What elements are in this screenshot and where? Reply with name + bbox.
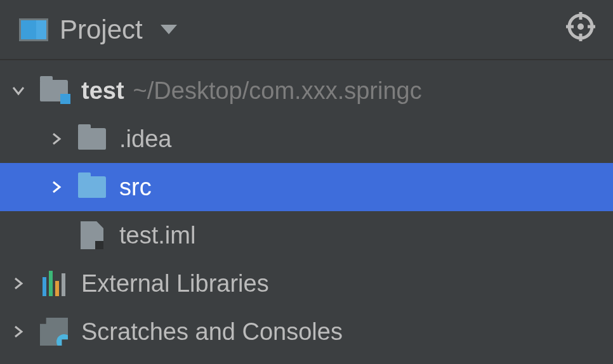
libraries-icon (38, 270, 70, 297)
tree-node-root[interactable]: test ~/Desktop/com.xxx.springc (0, 67, 613, 115)
tree-node-iml[interactable]: test.iml (0, 211, 613, 259)
project-view-icon (19, 18, 48, 41)
node-path: ~/Desktop/com.xxx.springc (133, 77, 422, 105)
tree-node-src[interactable]: src (0, 163, 613, 211)
node-label: .idea (119, 126, 171, 153)
chevron-right-icon[interactable] (9, 325, 28, 339)
tree-node-scratches[interactable]: Scratches and Consoles (0, 308, 613, 356)
project-folder-icon (38, 77, 70, 105)
chevron-right-icon[interactable] (47, 180, 66, 194)
view-label: Project (60, 15, 143, 45)
chevron-right-icon[interactable] (47, 132, 66, 146)
chevron-down-icon (161, 25, 177, 34)
project-tree: test ~/Desktop/com.xxx.springc .idea src… (0, 60, 613, 356)
tree-node-idea[interactable]: .idea (0, 115, 613, 163)
module-file-icon (76, 221, 108, 249)
svg-point-5 (577, 23, 584, 30)
panel-header: Project (0, 0, 613, 60)
locate-target-button[interactable] (566, 12, 595, 47)
chevron-right-icon[interactable] (9, 276, 28, 290)
node-label: src (119, 174, 152, 201)
target-icon (566, 12, 595, 41)
node-label: External Libraries (81, 270, 269, 297)
node-label: Scratches and Consoles (81, 318, 343, 346)
node-label: test (81, 77, 124, 105)
scratches-icon (38, 318, 70, 346)
chevron-down-icon[interactable] (9, 84, 28, 98)
node-label: test.iml (119, 222, 195, 249)
tree-node-external-libraries[interactable]: External Libraries (0, 259, 613, 308)
source-folder-icon (76, 173, 108, 201)
folder-icon (76, 125, 108, 153)
view-selector[interactable]: Project (19, 15, 177, 45)
